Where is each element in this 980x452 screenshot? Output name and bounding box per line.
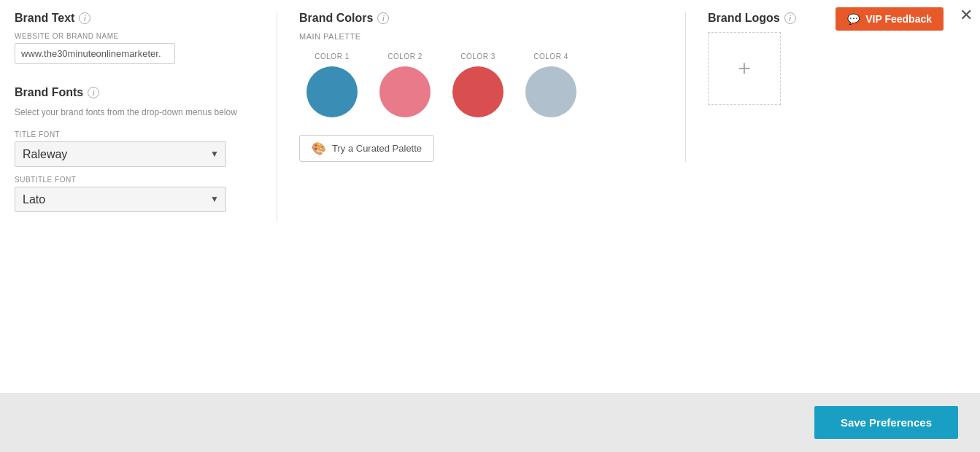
title-font-wrapper: Raleway Lato Open Sans Roboto Montserrat… (15, 141, 226, 167)
color-3-swatch[interactable] (452, 66, 503, 117)
brand-fonts-info-icon: i (88, 87, 99, 98)
save-preferences-label: Save Preferences (841, 416, 932, 429)
color-2-label: COLOR 2 (387, 52, 422, 61)
brand-logos-label: Brand Logos (708, 12, 780, 25)
logo-upload-box[interactable]: + (708, 32, 781, 105)
website-input[interactable] (15, 43, 175, 64)
main-container: Brand Text i WEBSITE OR BRAND NAME Brand… (0, 0, 980, 452)
brand-text-title: Brand Text i (15, 12, 262, 25)
vip-feedback-button[interactable]: 💬 VIP Feedback (836, 7, 944, 31)
colors-row: COLOR 1 COLOR 2 COLOR 3 COLOR 4 (299, 52, 663, 117)
brand-text-label: Brand Text (15, 12, 74, 25)
bottom-bar: Save Preferences (0, 393, 980, 452)
title-font-select[interactable]: Raleway Lato Open Sans Roboto Montserrat (15, 141, 226, 167)
color-1-swatch[interactable] (306, 66, 358, 117)
color-1-label: COLOR 1 (315, 52, 349, 61)
fonts-description: Select your brand fonts from the drop-do… (15, 106, 262, 119)
subtitle-font-select[interactable]: Lato Raleway Open Sans Roboto Montserrat (15, 187, 226, 212)
color-item-4: COLOR 4 (518, 52, 584, 117)
subtitle-font-label: SUBTITLE FONT (15, 176, 262, 184)
website-label: WEBSITE OR BRAND NAME (15, 32, 262, 40)
brand-fonts-label: Brand Fonts (15, 86, 83, 99)
subtitle-font-wrapper: Lato Raleway Open Sans Roboto Montserrat… (15, 187, 226, 212)
brand-text-info-icon: i (79, 12, 90, 24)
brand-fonts-section: Brand Fonts i Select your brand fonts fr… (15, 86, 262, 212)
vip-feedback-label: VIP Feedback (865, 13, 932, 25)
top-bar: Brand Text i WEBSITE OR BRAND NAME Brand… (0, 0, 980, 393)
color-4-label: COLOR 4 (533, 52, 568, 61)
brand-logos-info-icon: i (784, 12, 796, 24)
color-4-swatch[interactable] (525, 66, 576, 117)
save-preferences-button[interactable]: Save Preferences (814, 406, 958, 439)
color-item-2: COLOR 2 (372, 52, 438, 117)
color-3-label: COLOR 3 (460, 52, 495, 61)
curated-palette-button[interactable]: 🎨 Try a Curated Palette (299, 135, 434, 162)
close-icon: ✕ (960, 6, 973, 24)
brand-colors-title: Brand Colors i (299, 12, 663, 25)
color-2-swatch[interactable] (379, 66, 431, 117)
color-item-3: COLOR 3 (445, 52, 511, 117)
title-font-label: TITLE FONT (15, 130, 262, 139)
color-item-1: COLOR 1 (299, 52, 365, 117)
brand-fonts-title: Brand Fonts i (15, 86, 262, 99)
brand-colors-info-icon: i (377, 12, 389, 24)
middle-section: Brand Colors i MAIN PALETTE COLOR 1 COLO… (277, 12, 686, 162)
curated-palette-label: Try a Curated Palette (332, 143, 422, 154)
message-icon: 💬 (847, 13, 860, 25)
close-button[interactable]: ✕ (960, 7, 973, 23)
brand-colors-label: Brand Colors (299, 12, 373, 25)
palette-label: MAIN PALETTE (299, 32, 663, 41)
left-section: Brand Text i WEBSITE OR BRAND NAME Brand… (15, 12, 277, 221)
palette-icon: 🎨 (312, 141, 326, 155)
plus-icon: + (738, 58, 751, 79)
